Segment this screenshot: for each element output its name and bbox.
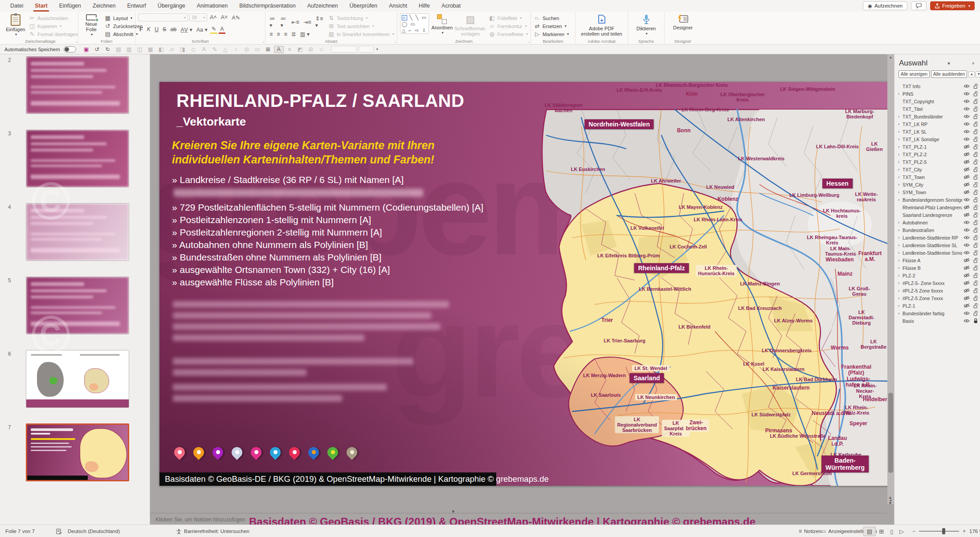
ribbon-tab-einfügen[interactable]: Einfügen [53,0,87,12]
lock-open-icon[interactable] [971,303,980,309]
change-case-button[interactable]: Aa ▾ [195,26,209,33]
layer-item[interactable]: ›Flüsse A [894,256,980,264]
layer-name[interactable]: TXT_Bundesländer [902,114,962,119]
layer-name[interactable]: TXT_Titel [902,106,962,112]
expand-chevron-icon[interactable]: › [894,152,902,157]
visibility-eye-icon[interactable] [962,99,971,104]
highlight-color-button[interactable]: ✎ [210,25,217,34]
layer-item[interactable]: ›#PLZ-5- Zone 5xxxx [894,279,980,287]
zoom-in-button[interactable]: + [963,528,966,534]
lock-open-icon[interactable] [971,265,980,271]
expand-chevron-icon[interactable]: › [894,91,902,96]
visibility-eye-icon[interactable] [962,311,971,316]
expand-chevron-icon[interactable]: › [894,273,902,278]
visibility-hidden-icon[interactable] [962,205,971,210]
slide-thumbnail-2[interactable]: 2 [26,56,129,114]
expand-chevron-icon[interactable]: › [894,288,902,293]
layer-item[interactable]: ›Flüsse B [894,264,980,272]
table-icon[interactable]: ▦ [146,46,155,53]
text-box-icon[interactable]: A [274,46,284,53]
visibility-eye-icon[interactable] [962,197,971,202]
strikethrough-button[interactable]: S [161,26,167,33]
slide-nav-buttons[interactable]: ▲▼ [887,495,894,505]
layer-item[interactable]: ›TXT_Bundesländer [894,113,980,120]
layer-item[interactable]: ›PLZ-2 [894,272,980,279]
layer-name[interactable]: Basis [902,318,962,324]
pane-dropdown-icon[interactable]: ▾ [946,61,952,66]
lock-open-icon[interactable] [971,114,980,119]
remove-row-icon[interactable]: ⊟ [306,46,316,53]
ribbon-tab-acrobat[interactable]: Acrobat [436,0,466,12]
layer-name[interactable]: PINS [902,91,962,97]
layer-item[interactable]: ›TXT_PLZ-2 [894,151,980,158]
shape-effects-button[interactable]: ◍Formeffekte ▾ [488,31,528,37]
visibility-eye-icon[interactable] [962,91,971,96]
layer-name[interactable]: #PLZ-5 Zone 7xxxx [902,296,962,301]
layer-item[interactable]: ›Autobahnen [894,219,980,226]
visibility-hidden-icon[interactable] [962,190,971,195]
layer-item[interactable]: ›#PLZ-5 Zone 6xxxx [894,287,980,294]
paste-icon[interactable]: ▤ [114,46,123,53]
scroll-up-icon[interactable]: ▲ [887,54,894,61]
layer-name[interactable]: Rheinland-Pfalz Landesgrenze [902,205,962,210]
slide-thumbnail-3[interactable]: 3 [26,130,129,187]
copy-button[interactable]: ◫Kopieren ▾ [29,23,78,29]
font-name-combobox[interactable]: ▾ [138,13,188,21]
visibility-hidden-icon[interactable] [962,144,971,149]
visibility-eye-icon[interactable] [962,243,971,248]
layer-name[interactable]: TXT Info [902,84,962,89]
lock-open-icon[interactable] [971,295,980,301]
dialog-launcher-icon[interactable]: ⌟ [528,39,530,43]
notes-placeholder[interactable]: Klicken Sie, um Notizen hinzuzufügen [155,517,245,523]
ribbon-tab-datei[interactable]: Datei [4,0,29,12]
expand-chevron-icon[interactable]: › [894,159,902,164]
font-size-combobox[interactable]: 18▾ [189,13,207,21]
shape-fill-button[interactable]: ◧Fülleffekt ▾ [488,15,528,21]
slide-title[interactable]: RHEINLAND-PFALZ / SAARLAND [176,91,464,111]
outline-color-icon[interactable]: ◨ [178,46,188,53]
layer-item[interactable]: ›PLZ-1 [894,302,980,309]
visibility-hidden-icon[interactable] [962,288,971,293]
layer-item[interactable]: ›TXT_PLZ-1 [894,143,980,151]
spellcheck-button[interactable] [56,525,62,537]
clear-formatting-button[interactable]: A✎ [230,14,241,21]
triangle-shape-icon[interactable]: △ [220,46,230,53]
slideshow-button[interactable]: ▷ [896,527,907,536]
layer-item[interactable]: ›Basis [894,317,980,325]
zoom-level[interactable]: 176 % [969,529,980,534]
expand-chevron-icon[interactable]: › [894,303,902,308]
layer-name[interactable]: TXT_LK SL [902,129,962,134]
rectangle-shape-icon[interactable]: ▭ [253,46,262,53]
region-map[interactable]: LK Städteregion AachenLK DürenLK Rhein-E… [528,82,890,486]
slide[interactable]: grebemaps grebemaps [159,82,890,486]
layer-item[interactable]: ›TXT_PLZ-5 [894,158,980,166]
expand-chevron-icon[interactable]: › [894,228,902,232]
expand-chevron-icon[interactable]: › [894,250,902,255]
comments-button[interactable] [911,1,927,10]
diamond-shape-icon[interactable]: ◇ [188,46,198,53]
lock-open-icon[interactable] [971,136,980,142]
expand-chevron-icon[interactable]: › [894,137,902,142]
layer-item[interactable]: ›PINS [894,90,980,98]
scrollbar-thumb[interactable] [888,393,893,473]
ribbon-tab-ansicht[interactable]: Ansicht [383,0,413,12]
visibility-hidden-icon[interactable] [962,258,971,263]
dialog-launcher-icon[interactable]: ⌟ [262,39,264,43]
autosave-toggle[interactable] [64,46,76,53]
expand-chevron-icon[interactable]: › [894,197,902,202]
accessibility-checker[interactable]: Barrierefreiheit: Untersuchen [176,525,249,537]
ribbon-tab-entwurf[interactable]: Entwurf [121,0,151,12]
align-center-button[interactable]: ≡ [275,31,281,38]
layer-name[interactable]: SYM_City [902,182,962,187]
layer-name[interactable]: TXT_PLZ-2 [902,152,962,157]
visibility-hidden-icon[interactable] [962,265,971,270]
slide-thumbnail-7[interactable]: 7 [26,423,129,481]
subscript-button[interactable]: ab [169,26,178,33]
shrink-font-button[interactable]: A˅ [220,14,229,21]
layer-item[interactable]: ›TXT_City [894,166,980,173]
layer-name[interactable]: Saarland Landesgrenze [902,212,962,218]
lock-open-icon[interactable] [971,280,980,286]
share-button[interactable]: Freigeben ▾ [930,1,975,10]
expand-chevron-icon[interactable]: › [894,235,902,240]
lock-open-icon[interactable] [971,220,980,225]
